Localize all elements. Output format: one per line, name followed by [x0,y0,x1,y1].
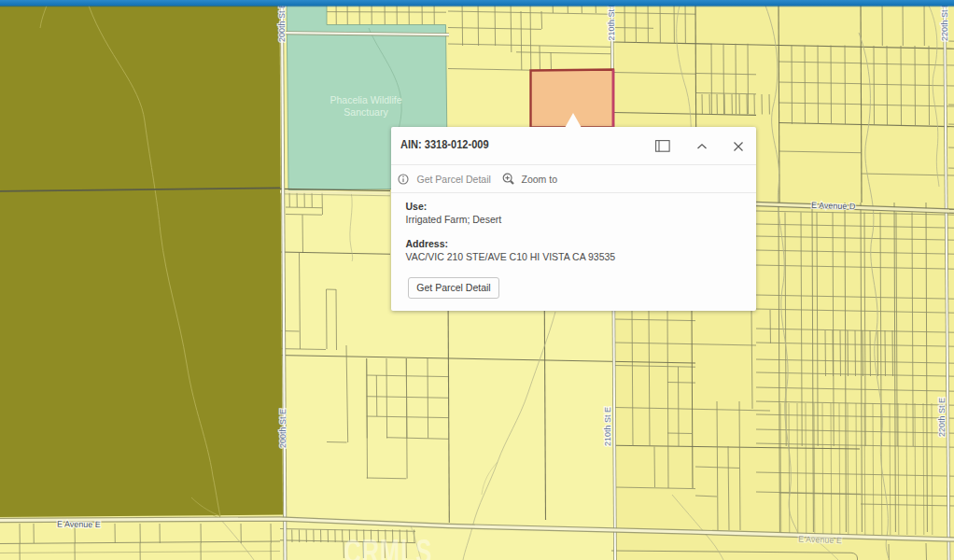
svg-text:220th St E: 220th St E [940,2,949,41]
svg-text:E Avenue E: E Avenue E [798,535,842,546]
svg-text:E Avenue D: E Avenue D [811,201,856,212]
svg-text:Phacelia Wildlife: Phacelia Wildlife [330,94,401,105]
svg-text:210th St E: 210th St E [603,407,612,446]
svg-text:200th St E: 200th St E [278,409,288,448]
svg-text:210th St E: 210th St E [607,1,616,40]
svg-text:Sanctuary: Sanctuary [344,106,388,118]
svg-text:E Avenue E: E Avenue E [57,520,101,530]
svg-text:220th St E: 220th St E [937,398,947,437]
svg-text:CRMLS: CRMLS [344,532,433,560]
svg-text:200th St E: 200th St E [277,3,287,42]
